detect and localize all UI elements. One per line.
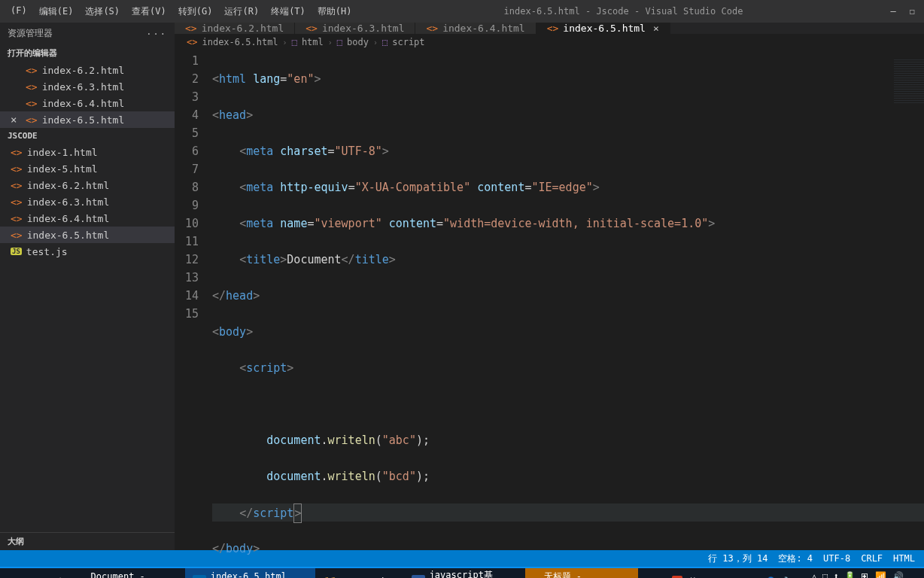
taskbar-item[interactable]: eDocument - 36... <box>71 568 185 578</box>
file-item[interactable]: <>index-6.4.html <box>0 210 175 227</box>
html-icon: <> <box>187 37 197 47</box>
menu-file[interactable]: (F) <box>6 2 32 21</box>
open-editor-item[interactable]: <>index-6.3.html <box>0 78 175 95</box>
taskbar-ie-icon[interactable]: e <box>27 568 50 578</box>
menu-help[interactable]: 帮助(H) <box>313 2 357 21</box>
js-icon: JS <box>11 248 22 255</box>
html-icon: <> <box>26 114 38 126</box>
tab-active[interactable]: <>index-6.5.html× <box>536 23 670 34</box>
window-title: index-6.5.html - Jscode - Visual Studio … <box>357 6 891 17</box>
file-item[interactable]: <>index-1.html <box>0 144 175 160</box>
html-icon: <> <box>11 147 23 158</box>
editor-area: <>index-6.2.html <>index-6.3.html <>inde… <box>175 23 924 550</box>
window-controls: — ☐ <box>891 6 918 17</box>
file-item[interactable]: <>index-6.3.html <box>0 193 175 210</box>
menu-edit[interactable]: 编辑(E) <box>35 2 78 21</box>
menu-go[interactable]: 转到(G) <box>174 2 217 21</box>
html-icon: <> <box>185 23 197 34</box>
minimize-icon[interactable]: — <box>891 6 896 17</box>
file-item[interactable]: <>index-6.2.html <box>0 177 175 193</box>
open-editor-item[interactable]: <>index-6.4.html <box>0 95 175 111</box>
titlebar: (F) 编辑(E) 选择(S) 查看(V) 转到(G) 运行(R) 终端(T) … <box>0 0 924 23</box>
html-icon: <> <box>547 23 559 34</box>
maximize-icon[interactable]: ☐ <box>910 6 915 17</box>
html-icon: <> <box>426 23 438 34</box>
explorer-title: 资源管理器 <box>8 27 53 40</box>
taskbar-sep: | <box>50 568 70 578</box>
block-icon: ⬚ <box>292 37 297 47</box>
sidebar: 资源管理器 ··· 打开的编辑器 <>index-6.2.html <>inde… <box>0 23 175 550</box>
open-editors-label[interactable]: 打开的编辑器 <box>0 44 175 62</box>
html-icon: <> <box>11 230 23 241</box>
file-item[interactable]: JStest.js <box>0 243 175 260</box>
menu-terminal[interactable]: 终端(T) <box>266 2 310 21</box>
code-content[interactable]: <html lang="en"> <head> <meta charset="U… <box>212 50 924 578</box>
line-gutter: 123456789101112131415 <box>175 50 212 578</box>
open-editor-item[interactable]: ×<>index-6.5.html <box>0 111 175 128</box>
minimap[interactable] <box>894 50 924 578</box>
block-icon: ⬚ <box>382 37 388 47</box>
html-icon: <> <box>11 163 23 175</box>
chevron-right-icon: › <box>283 38 287 47</box>
file-item[interactable]: <>index-5.html <box>0 160 175 177</box>
block-icon: ⬚ <box>337 37 342 47</box>
close-icon[interactable]: × <box>11 114 21 126</box>
html-icon: <> <box>11 180 23 191</box>
start-button[interactable]: ⊞ <box>5 575 27 579</box>
file-item[interactable]: <>index-6.5.html <box>0 227 175 243</box>
open-editor-item[interactable]: <>index-6.2.html <box>0 62 175 78</box>
tab[interactable]: <>index-6.2.html <box>175 23 295 34</box>
menu-view[interactable]: 查看(V) <box>127 2 171 21</box>
menu-bar: (F) 编辑(E) 选择(S) 查看(V) 转到(G) 运行(R) 终端(T) … <box>6 2 357 21</box>
workspace-label[interactable]: JSCODE <box>0 128 175 144</box>
tab-bar: <>index-6.2.html <>index-6.3.html <>inde… <box>175 23 924 34</box>
tab[interactable]: <>index-6.4.html <box>415 23 536 34</box>
breadcrumb[interactable]: <>index-6.5.html› ⬚html› ⬚body› ⬚script <box>175 34 924 50</box>
tab[interactable]: <>index-6.3.html <box>295 23 415 34</box>
menu-run[interactable]: 运行(R) <box>220 2 263 21</box>
close-icon[interactable]: × <box>653 23 659 34</box>
html-icon: <> <box>11 196 23 208</box>
more-icon[interactable]: ··· <box>146 29 167 39</box>
menu-select[interactable]: 选择(S) <box>81 2 124 21</box>
html-icon: <> <box>11 213 23 224</box>
html-icon: <> <box>26 98 38 109</box>
html-icon: <> <box>26 81 38 93</box>
html-icon: <> <box>305 23 318 34</box>
code-editor[interactable]: 123456789101112131415 <html lang="en"> <… <box>175 50 924 578</box>
outline-section[interactable]: 大纲 <box>0 532 175 550</box>
html-icon: <> <box>26 65 38 76</box>
